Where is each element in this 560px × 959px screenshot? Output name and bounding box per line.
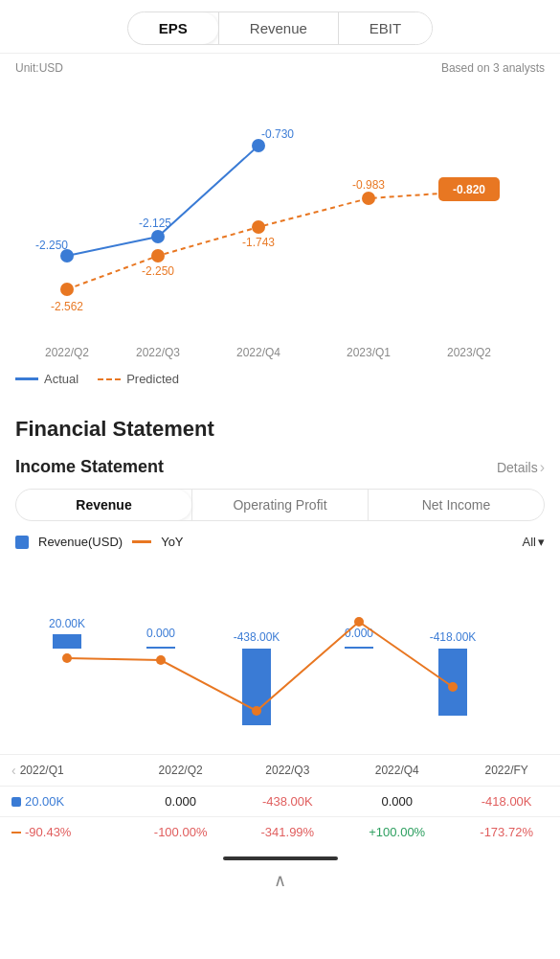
table-cell-yoy-indicator: -90.43%	[0, 817, 127, 848]
svg-text:-0.730: -0.730	[261, 127, 294, 141]
svg-rect-25	[345, 647, 373, 649]
svg-point-11	[362, 192, 375, 205]
svg-text:-2.250: -2.250	[142, 264, 174, 278]
svg-text:20.00K: 20.00K	[49, 617, 85, 630]
table-header-q3: 2022/Q3	[234, 755, 341, 787]
svg-point-32	[62, 653, 72, 663]
eps-chart: 2022/Q2 2022/Q3 2022/Q4 2023/Q1 2023/Q2 …	[0, 79, 560, 366]
filter-dropdown[interactable]: All ▾	[523, 535, 545, 549]
table-cell-rev-q3: -438.00K	[234, 787, 341, 817]
svg-text:-0.820: -0.820	[453, 183, 485, 196]
table-nav-chevron-icon[interactable]: ‹	[11, 763, 16, 778]
table-header-q4: 2022/Q4	[341, 755, 453, 787]
svg-text:2023/Q2: 2023/Q2	[447, 346, 491, 359]
bottom-nav: ∧	[0, 866, 560, 899]
table-header-q2: 2022/Q2	[127, 755, 235, 787]
table-cell-rev-indicator: 20.00K	[0, 787, 127, 817]
table-cell-yoy-q4: +100.00%	[341, 817, 453, 848]
legend-predicted: Predicted	[98, 372, 179, 386]
financial-table: ‹ 2022/Q1 2022/Q2 2022/Q3 2022/Q4 2022/F…	[0, 754, 560, 847]
svg-text:-0.983: -0.983	[352, 178, 385, 192]
table-header-q1: 2022/Q1	[20, 764, 64, 777]
svg-text:0.000: 0.000	[146, 627, 175, 640]
svg-point-34	[252, 706, 261, 716]
revenue-legend-label: Revenue(USD)	[38, 535, 123, 549]
eps-chart-svg: 2022/Q2 2022/Q3 2022/Q4 2023/Q1 2023/Q2 …	[10, 88, 541, 366]
table-cell-yoy-q1: -90.43%	[25, 825, 71, 839]
svg-rect-23	[146, 647, 175, 649]
tab-ebit[interactable]: EBIT	[339, 12, 432, 44]
unit-label: Unit:USD	[15, 61, 63, 75]
details-chevron-icon: ›	[540, 459, 545, 476]
table-cell-yoy-q2: -100.00%	[127, 817, 235, 848]
income-statement-row: Income Statement Details ›	[0, 447, 560, 485]
bar-chart-svg: 20.00K 0.000 -438.00K 0.000 -418.00K	[10, 553, 541, 749]
svg-text:-2.250: -2.250	[35, 239, 68, 252]
sub-tab-operating-profit[interactable]: Operating Profit	[192, 490, 368, 520]
details-label: Details	[497, 460, 538, 475]
svg-rect-22	[53, 634, 81, 649]
sub-tab-revenue[interactable]: Revenue	[16, 490, 191, 520]
revenue-row-indicator	[11, 797, 21, 807]
table-header-fy: 2022/FY	[453, 755, 560, 787]
tab-bar: EPS Revenue EBIT	[0, 0, 560, 54]
table-cell-yoy-q3: -341.99%	[234, 817, 341, 848]
svg-point-8	[60, 283, 74, 296]
svg-text:-438.00K: -438.00K	[234, 630, 280, 644]
yoy-legend-label: YoY	[161, 535, 183, 549]
table-nav-cell: ‹ 2022/Q1	[0, 755, 127, 787]
sub-tab-bar: Revenue Operating Profit Net Income	[15, 489, 545, 521]
svg-text:2022/Q4: 2022/Q4	[236, 346, 280, 359]
table-cell-rev-q2: 0.000	[127, 787, 235, 817]
tab-eps[interactable]: EPS	[128, 12, 218, 44]
actual-line-icon	[15, 377, 38, 380]
svg-point-10	[252, 220, 265, 234]
svg-text:2023/Q1: 2023/Q1	[347, 346, 391, 359]
svg-point-33	[156, 655, 166, 665]
income-statement-title: Income Statement	[15, 457, 164, 477]
chart-legend: Actual Predicted	[0, 366, 560, 400]
revenue-bar-chart: 20.00K 0.000 -438.00K 0.000 -418.00K	[0, 553, 560, 754]
svg-point-7	[252, 139, 265, 152]
svg-text:-2.125: -2.125	[139, 217, 171, 230]
table-cell-rev-q4: 0.000	[341, 787, 453, 817]
table-cell-rev-fy: -418.00K	[453, 787, 560, 817]
nav-up-chevron-icon[interactable]: ∧	[274, 870, 286, 891]
tab-revenue[interactable]: Revenue	[219, 12, 338, 44]
scroll-indicator	[223, 856, 338, 860]
revenue-bar-icon	[15, 536, 29, 549]
svg-point-36	[448, 682, 458, 692]
financial-section-title: Financial Statement	[0, 400, 560, 447]
table-row-yoy: -90.43% -100.00% -341.99% +100.00% -173.…	[0, 817, 560, 848]
analysts-label: Based on 3 analysts	[441, 61, 545, 75]
yoy-line-icon	[132, 540, 151, 543]
yoy-row-indicator	[11, 832, 21, 833]
predicted-line-icon	[98, 378, 121, 380]
table-cell-yoy-fy: -173.72%	[453, 817, 560, 848]
legend-predicted-label: Predicted	[126, 372, 179, 386]
svg-text:-1.743: -1.743	[242, 236, 275, 249]
revenue-legend-row: Revenue(USD) YoY All ▾	[0, 531, 560, 549]
legend-actual: Actual	[15, 372, 78, 386]
sub-tab-net-income[interactable]: Net Income	[369, 490, 544, 520]
svg-point-9	[151, 249, 165, 263]
legend-actual-label: Actual	[44, 372, 78, 386]
svg-text:-418.00K: -418.00K	[430, 630, 477, 644]
filter-chevron-icon: ▾	[538, 535, 545, 549]
svg-text:2022/Q3: 2022/Q3	[136, 346, 180, 359]
main-tabs: EPS Revenue EBIT	[127, 11, 433, 45]
revenue-legend-items: Revenue(USD) YoY	[15, 535, 184, 549]
svg-text:-2.562: -2.562	[51, 300, 83, 313]
svg-point-35	[354, 617, 364, 627]
details-link[interactable]: Details ›	[497, 459, 545, 476]
filter-label: All	[523, 535, 536, 549]
meta-row: Unit:USD Based on 3 analysts	[0, 54, 560, 79]
svg-text:2022/Q2: 2022/Q2	[45, 346, 89, 359]
table-row-revenue: 20.00K 0.000 -438.00K 0.000 -418.00K	[0, 787, 560, 817]
svg-point-6	[151, 230, 165, 243]
table-cell-rev-q1: 20.00K	[25, 794, 64, 809]
